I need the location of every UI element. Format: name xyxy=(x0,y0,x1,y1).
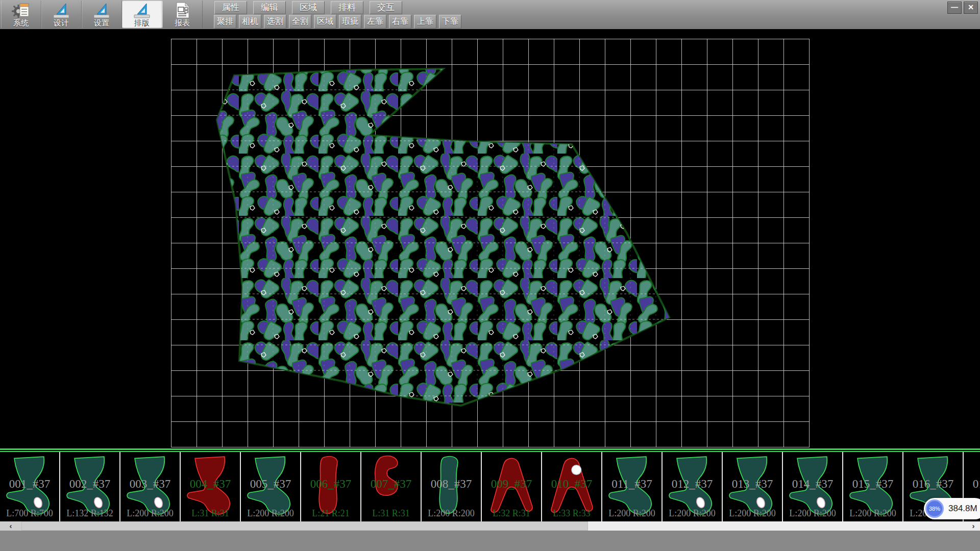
piece-shape xyxy=(543,453,600,517)
tool-button-下靠[interactable]: 下靠 xyxy=(439,15,461,29)
piece-thumbnail-014_#37[interactable]: 014_#37L:200 R:200 xyxy=(783,452,843,521)
set-square-icon xyxy=(133,2,151,19)
nested-hide-graphic xyxy=(0,29,980,448)
set-square-icon xyxy=(52,2,70,19)
scroll-right-button[interactable]: › xyxy=(967,521,980,531)
app-window: 系统设计设置排版报表 属性编辑区域排料交互 聚排相机选割全割区域瑕疵左靠右靠上靠… xyxy=(0,0,980,551)
progress-circle: 38% xyxy=(925,499,944,518)
bottom-bar xyxy=(0,531,980,551)
memory-badge: 38% 384.8M xyxy=(924,498,980,519)
piece-shape xyxy=(784,453,841,517)
menu-button-交互[interactable]: 交互 xyxy=(370,1,402,14)
piece-shape xyxy=(182,453,239,517)
tool-button-区域[interactable]: 区域 xyxy=(314,15,336,29)
piece-thumbnail-006_#37[interactable]: 006_#37L:21 R:21 xyxy=(301,452,361,521)
close-button[interactable]: ✕ xyxy=(964,2,978,14)
nesting-canvas[interactable] xyxy=(0,29,980,448)
tool-button-瑕疵[interactable]: 瑕疵 xyxy=(339,15,361,29)
tool-button-聚排[interactable]: 聚排 xyxy=(214,15,236,29)
app-button-label: 设置 xyxy=(94,19,109,27)
menu-row: 属性编辑区域排料交互 xyxy=(214,1,408,14)
app-buttons: 系统设计设置排版报表 xyxy=(1,0,203,29)
window-controls: — ✕ xyxy=(947,2,978,14)
scroll-left-button[interactable]: ‹ xyxy=(0,521,21,531)
tool-button-选割[interactable]: 选割 xyxy=(264,15,286,29)
piece-thumbnail-008_#37[interactable]: 008_#37L:200 R:200 xyxy=(422,452,482,521)
piece-shape xyxy=(61,453,118,517)
piece-thumbnail-004_#37[interactable]: 004_#37L:31 R:31 xyxy=(181,452,241,521)
piece-shape xyxy=(724,453,781,517)
piece-shape xyxy=(302,453,359,517)
piece-shape xyxy=(1,453,58,517)
toolbar: 系统设计设置排版报表 属性编辑区域排料交互 聚排相机选割全割区域瑕疵左靠右靠上靠… xyxy=(0,0,980,30)
piece-shape xyxy=(121,453,179,517)
piece-thumbnail-015_#37[interactable]: 015_#37L:200 R:200 xyxy=(843,452,903,521)
piece-shape xyxy=(362,453,420,517)
tool-row: 聚排相机选割全割区域瑕疵左靠右靠上靠下靠 xyxy=(214,15,464,29)
gear-notebook-icon xyxy=(12,2,30,19)
piece-shape xyxy=(603,453,660,517)
horizontal-scrollbar[interactable]: ‹ › xyxy=(0,521,980,531)
menu-button-属性[interactable]: 属性 xyxy=(214,1,247,14)
app-button-设置[interactable]: 设置 xyxy=(82,1,122,28)
panel-separator xyxy=(0,448,980,452)
piece-thumbnail-005_#37[interactable]: 005_#37L:200 R:200 xyxy=(241,452,301,521)
app-button-报表[interactable]: 报表 xyxy=(162,1,203,28)
tool-button-上靠[interactable]: 上靠 xyxy=(414,15,436,29)
piece-shape xyxy=(844,453,901,517)
app-button-排版[interactable]: 排版 xyxy=(122,1,162,28)
app-button-label: 设计 xyxy=(54,19,69,27)
piece-shape xyxy=(423,453,480,517)
tool-button-右靠[interactable]: 右靠 xyxy=(389,15,411,29)
piece-thumbnail-002_#37[interactable]: 002_#37L:132 R:132 xyxy=(60,452,120,521)
pieces-panel: 001_#37L:700 R:700002_#37L:132 R:132003_… xyxy=(0,452,980,521)
piece-thumbnail-011_#37[interactable]: 011_#37L:200 R:200 xyxy=(602,452,663,521)
piece-thumbnail-007_#37[interactable]: 007_#37L:31 R:31 xyxy=(361,452,422,521)
piece-thumbnail-010_#37[interactable]: 010_#37L:33 R:33 xyxy=(542,452,602,521)
tool-button-左靠[interactable]: 左靠 xyxy=(364,15,386,29)
app-button-label: 系统 xyxy=(13,19,29,27)
app-button-设计[interactable]: 设计 xyxy=(41,1,82,28)
piece-thumbnail-001_#37[interactable]: 001_#37L:700 R:700 xyxy=(0,452,60,521)
piece-shape xyxy=(664,453,721,517)
report-icon xyxy=(173,2,191,19)
minimize-button[interactable]: — xyxy=(947,2,962,14)
piece-thumbnail-012_#37[interactable]: 012_#37L:200 R:200 xyxy=(663,452,723,521)
app-button-label: 报表 xyxy=(175,19,190,27)
piece-thumbnail-013_#37[interactable]: 013_#37L:200 R:200 xyxy=(723,452,783,521)
tool-button-全割[interactable]: 全割 xyxy=(289,15,311,29)
scrollbar-thumb[interactable] xyxy=(21,521,588,531)
tool-button-相机[interactable]: 相机 xyxy=(239,15,261,29)
menu-button-编辑[interactable]: 编辑 xyxy=(253,1,286,14)
set-square-icon xyxy=(92,2,111,19)
piece-shape xyxy=(242,453,299,517)
piece-thumbnail-009_#37[interactable]: 009_#37L:32 R:31 xyxy=(482,452,542,521)
app-button-系统[interactable]: 系统 xyxy=(1,1,41,28)
menu-button-排料[interactable]: 排料 xyxy=(331,1,363,14)
piece-shape xyxy=(483,453,540,517)
app-button-label: 排版 xyxy=(134,19,150,27)
piece-thumbnail-003_#37[interactable]: 003_#37L:200 R:200 xyxy=(120,452,181,521)
menu-button-区域[interactable]: 区域 xyxy=(292,1,325,14)
memory-value: 384.8M xyxy=(948,504,977,514)
